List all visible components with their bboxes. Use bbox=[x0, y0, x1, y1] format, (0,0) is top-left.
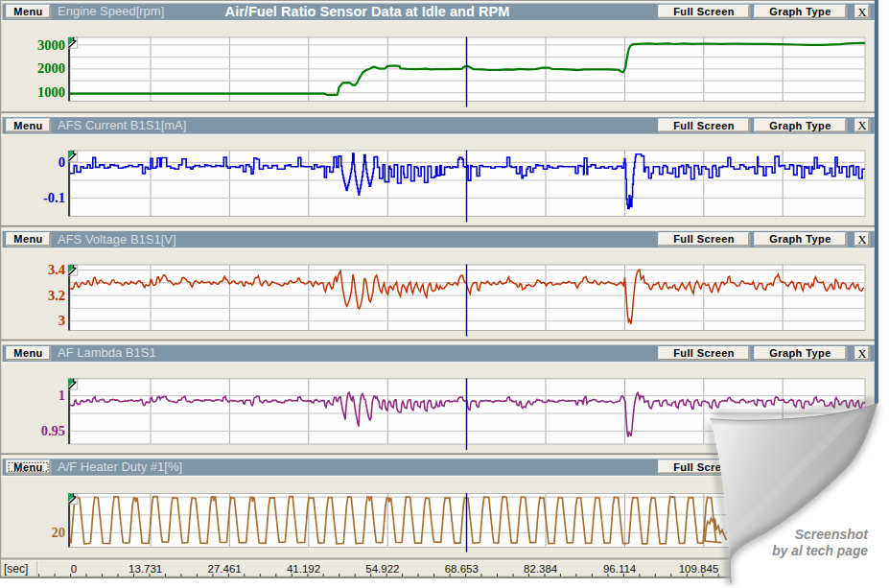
svg-text:A/F Heater Duty #1[%]: A/F Heater Duty #1[%] bbox=[58, 459, 182, 474]
svg-text:2000: 2000 bbox=[37, 60, 65, 76]
svg-text:Full Screen: Full Screen bbox=[673, 6, 735, 17]
svg-text:AF Lambda B1S1: AF Lambda B1S1 bbox=[58, 345, 156, 360]
svg-text:1: 1 bbox=[58, 388, 65, 403]
svg-text:3.2: 3.2 bbox=[48, 288, 65, 303]
svg-text:20: 20 bbox=[52, 525, 66, 540]
svg-text:Full Screen: Full Screen bbox=[673, 120, 735, 131]
svg-text:X: X bbox=[857, 6, 866, 19]
svg-text:Engine Speed[rpm]: Engine Speed[rpm] bbox=[58, 4, 164, 18]
svg-text:Menu: Menu bbox=[13, 120, 42, 131]
svg-text:by al tech page: by al tech page bbox=[772, 544, 868, 558]
svg-text:0: 0 bbox=[71, 563, 77, 575]
svg-text:Screenshot: Screenshot bbox=[795, 527, 870, 542]
svg-text:[sec]: [sec] bbox=[4, 562, 28, 576]
svg-text:Air/Fuel Ratio Sensor Data at: Air/Fuel Ratio Sensor Data at Idle and R… bbox=[225, 4, 510, 19]
svg-text:1000: 1000 bbox=[37, 84, 65, 100]
svg-text:68.653: 68.653 bbox=[445, 563, 479, 575]
svg-text:AFS Current B1S1[mA]: AFS Current B1S1[mA] bbox=[58, 118, 186, 132]
svg-text:Graph Type: Graph Type bbox=[769, 233, 831, 245]
svg-text:3: 3 bbox=[58, 313, 65, 328]
svg-text:109.845: 109.845 bbox=[679, 563, 719, 575]
svg-text:13.731: 13.731 bbox=[129, 563, 162, 575]
svg-text:96.114: 96.114 bbox=[603, 563, 637, 575]
svg-text:54.922: 54.922 bbox=[365, 563, 399, 575]
svg-text:AFS Voltage B1S1[V]: AFS Voltage B1S1[V] bbox=[58, 232, 176, 247]
svg-text:Full Screen: Full Screen bbox=[673, 233, 735, 245]
svg-text:Menu: Menu bbox=[13, 6, 42, 17]
svg-text:3000: 3000 bbox=[37, 37, 65, 53]
svg-text:Menu: Menu bbox=[13, 347, 42, 359]
svg-text:-0.1: -0.1 bbox=[43, 190, 65, 205]
svg-text:Graph Type: Graph Type bbox=[769, 347, 831, 359]
svg-text:82.384: 82.384 bbox=[524, 563, 558, 575]
svg-text:X: X bbox=[857, 119, 866, 132]
svg-text:3.4: 3.4 bbox=[48, 262, 65, 277]
svg-text:Graph Type: Graph Type bbox=[769, 120, 831, 131]
svg-text:X: X bbox=[857, 233, 866, 247]
svg-text:0: 0 bbox=[58, 154, 65, 170]
svg-text:Full Screen: Full Screen bbox=[673, 347, 735, 359]
svg-text:27.461: 27.461 bbox=[208, 563, 242, 575]
svg-text:Graph Type: Graph Type bbox=[769, 6, 831, 17]
svg-text:Menu: Menu bbox=[13, 233, 42, 245]
svg-text:41.192: 41.192 bbox=[287, 563, 320, 575]
svg-text:0.95: 0.95 bbox=[41, 423, 65, 438]
svg-text:X: X bbox=[857, 347, 866, 361]
